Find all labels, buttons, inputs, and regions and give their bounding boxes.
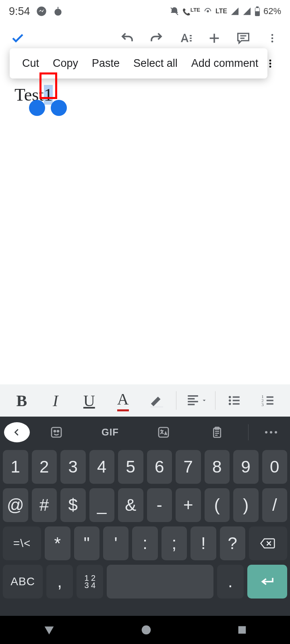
svg-rect-7 (255, 8, 259, 11)
context-add-comment[interactable]: Add comment (184, 57, 265, 70)
svg-rect-24 (159, 427, 168, 437)
key-underscore[interactable]: _ (89, 488, 115, 522)
key-star[interactable]: * (45, 526, 70, 560)
svg-point-22 (54, 430, 56, 432)
key-6[interactable]: 6 (147, 450, 172, 484)
key-plus[interactable]: + (176, 488, 201, 522)
key-7[interactable]: 7 (176, 450, 201, 484)
nav-back-icon[interactable] (42, 623, 56, 637)
hotspot-icon (203, 7, 212, 16)
document-canvas[interactable]: Test1 (0, 78, 290, 111)
svg-point-9 (271, 37, 273, 39)
key-5[interactable]: 5 (118, 450, 143, 484)
messenger-icon (36, 6, 47, 17)
clipboard-icon[interactable] (191, 426, 244, 439)
key-question[interactable]: ? (220, 526, 245, 560)
nav-home-icon[interactable] (140, 624, 152, 636)
key-dollar[interactable]: $ (60, 488, 86, 522)
svg-rect-14 (150, 406, 163, 407)
key-period[interactable]: . (217, 565, 244, 599)
network-type-label: LTE (215, 8, 227, 15)
svg-point-29 (275, 431, 277, 433)
signal-icon-2 (242, 7, 251, 16)
selection-handle-end[interactable] (51, 100, 67, 116)
bold-button[interactable]: B (5, 384, 39, 417)
key-rparen[interactable]: ) (233, 488, 259, 522)
underline-button[interactable]: U (72, 384, 106, 417)
key-1[interactable]: 1 (3, 450, 28, 484)
status-time: 9:54 (9, 5, 30, 18)
selection-handle-start[interactable] (29, 100, 45, 116)
key-bang[interactable]: ! (191, 526, 216, 560)
svg-point-27 (265, 431, 267, 433)
context-menu: Cut Copy Paste Select all Add comment (10, 48, 267, 78)
translate-icon[interactable] (137, 426, 191, 439)
key-colon[interactable]: : (132, 526, 157, 560)
svg-point-1 (54, 9, 61, 16)
keyboard-more-icon[interactable] (253, 431, 290, 434)
key-abc[interactable]: ABC (3, 565, 43, 599)
svg-rect-2 (57, 7, 58, 8)
battery-icon (255, 6, 260, 16)
text-color-button[interactable]: A (106, 384, 140, 417)
format-toolbar: B I U A 123 (0, 384, 290, 417)
svg-point-30 (142, 625, 151, 635)
system-nav-bar (0, 616, 290, 644)
context-cut[interactable]: Cut (15, 57, 46, 70)
soft-keyboard: GIF 1 2 3 4 5 6 7 8 9 0 @ # $ _ & (0, 417, 290, 616)
key-lparen[interactable]: ( (205, 488, 230, 522)
svg-text:3: 3 (261, 402, 264, 407)
key-8[interactable]: 8 (205, 450, 230, 484)
svg-point-4 (207, 10, 209, 12)
sticker-icon[interactable] (30, 426, 83, 439)
context-paste[interactable]: Paste (85, 57, 126, 70)
key-4[interactable]: 4 (89, 450, 115, 484)
wifi-calling-icon: 📞LTE (182, 7, 200, 16)
key-semicolon[interactable]: ; (162, 526, 187, 560)
highlight-button[interactable] (140, 384, 174, 417)
italic-button[interactable]: I (39, 384, 72, 417)
key-at[interactable]: @ (3, 488, 28, 522)
nav-recent-icon[interactable] (236, 624, 248, 636)
key-dquote[interactable]: " (74, 526, 99, 560)
dnd-icon (170, 6, 179, 16)
key-9[interactable]: 9 (233, 450, 259, 484)
key-comma[interactable]: , (46, 565, 73, 599)
key-2[interactable]: 2 (32, 450, 57, 484)
key-backspace[interactable] (249, 526, 287, 560)
gif-button[interactable]: GIF (83, 427, 137, 438)
context-more-button[interactable] (265, 58, 276, 69)
status-bar: 9:54 📞LTE LTE 62% (0, 0, 290, 23)
key-dash[interactable]: - (147, 488, 172, 522)
app-notification-icon (53, 6, 63, 17)
key-0[interactable]: 0 (262, 450, 288, 484)
svg-point-15 (229, 396, 231, 398)
keyboard-suggestion-row: GIF (0, 417, 290, 448)
key-symbols-shift[interactable]: =\< (3, 526, 41, 560)
divider (248, 424, 249, 440)
svg-rect-31 (238, 626, 246, 634)
context-copy[interactable]: Copy (46, 57, 85, 70)
align-button[interactable] (179, 384, 213, 417)
battery-percent: 62% (263, 6, 281, 17)
key-slash[interactable]: / (262, 488, 288, 522)
key-amp[interactable]: & (118, 488, 143, 522)
svg-rect-6 (256, 6, 259, 8)
key-numpad[interactable]: 1 23 4 (77, 565, 103, 599)
keyboard-collapse-button[interactable] (4, 422, 30, 442)
svg-point-8 (271, 34, 273, 36)
bullet-list-button[interactable] (218, 384, 252, 417)
key-enter[interactable] (247, 565, 287, 599)
svg-point-23 (57, 430, 59, 432)
svg-rect-21 (52, 427, 61, 437)
key-hash[interactable]: # (32, 488, 57, 522)
divider (176, 391, 176, 410)
svg-point-13 (269, 66, 271, 68)
key-space[interactable] (107, 565, 213, 599)
numbered-list-button[interactable]: 123 (251, 384, 285, 417)
svg-point-16 (229, 399, 231, 402)
signal-icon (230, 7, 239, 16)
key-3[interactable]: 3 (60, 450, 86, 484)
context-select-all[interactable]: Select all (126, 57, 184, 70)
key-squote[interactable]: ' (103, 526, 128, 560)
